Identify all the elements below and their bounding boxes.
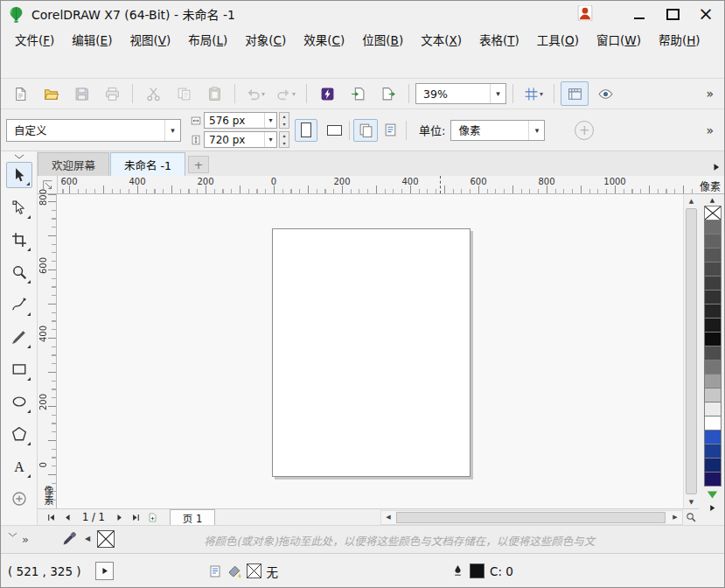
eyedropper-icon[interactable] (62, 531, 77, 549)
tab-scroll-right-button[interactable] (712, 163, 721, 172)
outline-color-swatch[interactable] (470, 564, 484, 578)
page-tab[interactable]: 页 1 (170, 509, 215, 525)
document-palette-collapse-button[interactable] (8, 528, 17, 540)
menu-item-t[interactable]: 表格(T) (471, 28, 528, 52)
add-page-button[interactable] (144, 510, 161, 525)
snap-to-button[interactable]: ▾ (519, 81, 547, 106)
menu-item-x[interactable]: 文本(X) (412, 28, 471, 52)
color-swatch-6[interactable] (704, 290, 722, 304)
no-color-swatch[interactable] (97, 530, 115, 548)
menu-item-c[interactable]: 对象(C) (236, 28, 295, 52)
property-bar-overflow-button[interactable]: » (701, 123, 719, 137)
menu-item-l[interactable]: 布局(L) (179, 28, 236, 52)
color-swatch-16[interactable] (704, 430, 722, 444)
all-pages-button[interactable] (353, 119, 378, 142)
zoom-level-combobox[interactable]: 39%▾ (415, 83, 506, 104)
search-content-button[interactable] (313, 81, 341, 106)
color-swatch-8[interactable] (704, 318, 722, 332)
palette-flyout-button[interactable] (708, 504, 716, 512)
horizontal-scrollbar[interactable]: ◀ ▶ (380, 510, 683, 525)
minimize-button[interactable] (628, 4, 651, 24)
redo-button[interactable]: ▾ (272, 81, 300, 106)
new-tab-button[interactable]: + (188, 156, 209, 173)
text-tool[interactable]: A (6, 453, 32, 480)
color-swatch-18[interactable] (704, 458, 722, 472)
maximize-button[interactable] (661, 4, 684, 24)
color-swatch-4[interactable] (704, 262, 722, 276)
menu-item-o[interactable]: 工具(O) (528, 28, 588, 52)
document-palette-overflow-button[interactable]: » (22, 533, 29, 546)
color-swatch-13[interactable] (704, 388, 722, 402)
color-swatch-15[interactable] (704, 416, 722, 430)
artistic-media-tool[interactable] (6, 324, 32, 350)
color-swatch-19[interactable] (704, 472, 722, 486)
add-preset-button[interactable]: + (575, 121, 594, 140)
freehand-tool[interactable] (6, 291, 32, 318)
current-page-button[interactable] (378, 119, 402, 142)
fullscreen-preview-button[interactable] (591, 81, 619, 106)
quick-zoom-button[interactable] (683, 508, 699, 525)
landscape-button[interactable] (323, 119, 345, 142)
crop-tool[interactable] (6, 227, 32, 253)
units-combobox[interactable]: 像素 ▾ (450, 120, 545, 141)
last-page-button[interactable] (128, 510, 144, 525)
color-swatch-12[interactable] (704, 374, 722, 388)
page-width-stepper[interactable]: ▴▾ (279, 112, 289, 129)
ellipse-tool[interactable] (6, 388, 32, 415)
vertical-scrollbar[interactable]: ▲ ▼ (683, 194, 699, 508)
export-button[interactable] (374, 81, 402, 106)
account-icon[interactable] (577, 5, 595, 23)
menu-item-h[interactable]: 帮助(H) (650, 28, 709, 52)
vertical-ruler[interactable]: 像素 8006004002000 (38, 194, 57, 508)
save-button[interactable] (67, 81, 95, 106)
color-swatch-5[interactable] (704, 276, 722, 290)
menu-item-w[interactable]: 窗口(W) (588, 28, 650, 52)
menu-item-c[interactable]: 效果(C) (295, 28, 353, 52)
print-button[interactable] (98, 81, 126, 106)
scroll-right-arrow[interactable]: ▶ (668, 511, 682, 524)
more-tools-button[interactable] (6, 486, 32, 512)
menu-item-e[interactable]: 编辑(E) (63, 28, 121, 52)
color-swatch-10[interactable] (704, 346, 722, 360)
scroll-up-arrow[interactable]: ▲ (684, 194, 699, 207)
drawing-canvas[interactable] (57, 194, 683, 508)
horizontal-ruler[interactable]: 60040020002004006008001000 像素 (38, 176, 725, 194)
page-height-stepper[interactable]: ▴▾ (279, 131, 289, 148)
pick-tool[interactable] (6, 162, 32, 188)
menu-item-b[interactable]: 位图(B) (353, 28, 412, 52)
copy-button[interactable] (170, 81, 198, 106)
horizontal-scrollbar-thumb[interactable] (396, 512, 666, 523)
palette-scroll-up-button[interactable]: ▲ (699, 194, 725, 206)
scroll-left-arrow[interactable]: ◀ (381, 511, 395, 524)
show-rulers-button[interactable] (561, 81, 589, 106)
color-swatch-17[interactable] (704, 444, 722, 458)
document-palette-scroll-left[interactable]: ◀ (85, 535, 90, 542)
next-page-button[interactable] (111, 510, 128, 525)
open-button[interactable] (37, 81, 65, 106)
palette-scroll-down-button[interactable] (707, 490, 718, 500)
drawing-page[interactable] (272, 228, 471, 477)
color-swatch-14[interactable] (704, 402, 722, 416)
color-swatch-9[interactable] (704, 332, 722, 346)
toolbar-overflow-button[interactable]: » (701, 87, 719, 101)
scroll-down-arrow[interactable]: ▼ (684, 495, 699, 508)
cut-button[interactable] (139, 81, 167, 106)
page-height-field[interactable]: 720 px ▾ (204, 131, 277, 148)
fill-swatch-none[interactable] (247, 564, 261, 578)
close-button[interactable]: × (694, 4, 717, 24)
preset-combobox[interactable]: 自定义 ▾ (6, 119, 181, 142)
color-swatch-1[interactable] (704, 220, 722, 234)
color-swatch-none[interactable] (704, 206, 722, 220)
color-swatch-11[interactable] (704, 360, 722, 374)
previous-page-button[interactable] (59, 510, 76, 525)
color-swatch-7[interactable] (704, 304, 722, 318)
document-tab-0[interactable]: 欢迎屏幕 (38, 152, 109, 176)
color-swatch-3[interactable] (704, 248, 722, 262)
vertical-scrollbar-thumb[interactable] (686, 208, 697, 494)
menu-item-f[interactable]: 文件(F) (6, 28, 63, 52)
portrait-button[interactable] (295, 119, 317, 142)
toolbox-collapse-button[interactable] (1, 151, 37, 162)
new-document-button[interactable] (6, 81, 34, 106)
import-button[interactable] (344, 81, 372, 106)
color-swatch-2[interactable] (704, 234, 722, 248)
